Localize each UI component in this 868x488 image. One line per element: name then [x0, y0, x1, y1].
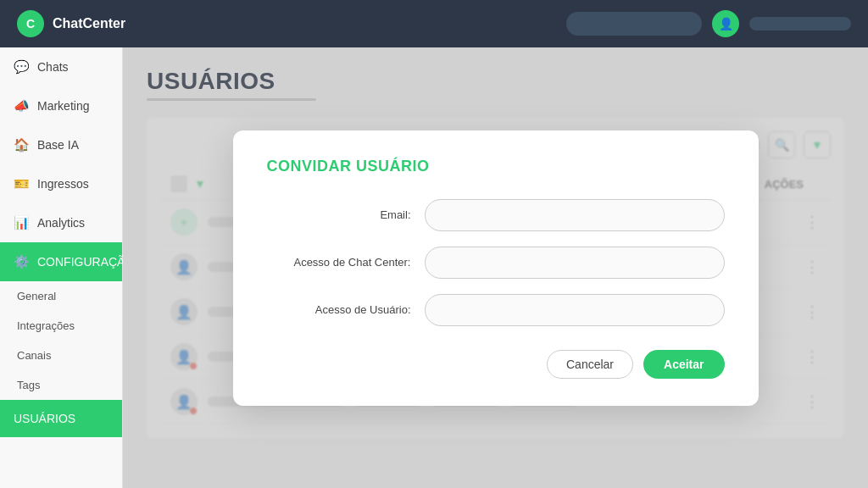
sidebar-item-general[interactable]: General [0, 281, 122, 311]
marketing-icon: 📣 [14, 98, 29, 114]
cancel-button[interactable]: Cancelar [547, 350, 633, 379]
header-avatar[interactable]: 👤 [712, 10, 739, 37]
user-access-form-group: Acesso de Usuário: [267, 294, 725, 326]
accept-button[interactable]: Aceitar [643, 350, 724, 379]
configuracao-icon: ⚙️ [14, 254, 29, 269]
chats-icon: 💬 [14, 59, 29, 75]
sidebar-label-usuarios: USUÁRIOS [14, 412, 75, 425]
sidebar-item-chats[interactable]: 💬 Chats [0, 47, 122, 86]
app-header: C ChatCenter 👤 [0, 0, 868, 47]
ingressos-icon: 🎫 [14, 176, 29, 191]
modal-overlay: CONVIDAR USUÁRIO Email: Acesso de Chat C… [123, 47, 868, 488]
invite-user-modal: CONVIDAR USUÁRIO Email: Acesso de Chat C… [233, 130, 759, 406]
sidebar-item-usuarios[interactable]: USUÁRIOS [0, 400, 122, 437]
sidebar-label-tags: Tags [17, 379, 40, 391]
app-layout: 💬 Chats 📣 Marketing 🏠 Base IA 🎫 Ingresso… [0, 47, 868, 488]
base-ia-icon: 🏠 [14, 137, 29, 152]
sidebar-label-analytics: Analytics [37, 216, 85, 230]
header-search-pill [566, 12, 702, 36]
sidebar-item-analytics[interactable]: 📊 Analytics [0, 203, 122, 242]
chat-access-input[interactable] [425, 247, 725, 279]
modal-title: CONVIDAR USUÁRIO [267, 158, 725, 175]
sidebar-label-marketing: Marketing [37, 99, 89, 113]
main-content: USUÁRIOS 🔍 ▼ ▼ AÇÕES + ⋮ [123, 47, 868, 488]
user-access-input[interactable] [425, 294, 725, 326]
sidebar-item-ingressos[interactable]: 🎫 Ingressos [0, 164, 122, 203]
user-access-label: Acesso de Usuário: [267, 303, 411, 316]
sidebar-label-ingressos: Ingressos [37, 177, 89, 191]
chat-access-form-group: Acesso de Chat Center: [267, 247, 725, 279]
sidebar-label-general: General [17, 290, 56, 302]
sidebar-label-configuracao: CONFIGURAÇÃO [37, 255, 134, 269]
sidebar-item-base-ia[interactable]: 🏠 Base IA [0, 125, 122, 164]
sidebar-label-chats: Chats [37, 60, 69, 74]
header-right: 👤 [566, 10, 851, 37]
sidebar-label-integracoes: Integrações [17, 319, 75, 332]
sidebar-item-configuracao[interactable]: ⚙️ CONFIGURAÇÃO [0, 242, 122, 281]
app-name: ChatCenter [53, 16, 125, 31]
sidebar-item-canais[interactable]: Canais [0, 341, 122, 370]
sidebar-item-integracoes[interactable]: Integrações [0, 311, 122, 341]
chat-access-label: Acesso de Chat Center: [267, 256, 411, 269]
header-username-pill [749, 17, 851, 30]
modal-footer: Cancelar Aceitar [267, 350, 725, 379]
email-label: Email: [267, 208, 411, 221]
logo: C ChatCenter [17, 10, 125, 37]
logo-icon: C [17, 10, 44, 37]
sidebar-item-marketing[interactable]: 📣 Marketing [0, 86, 122, 125]
email-input[interactable] [425, 199, 725, 231]
sidebar-label-canais: Canais [17, 349, 51, 362]
email-form-group: Email: [267, 199, 725, 231]
sidebar-item-tags[interactable]: Tags [0, 370, 122, 400]
sidebar-label-base-ia: Base IA [37, 138, 79, 152]
analytics-icon: 📊 [14, 215, 29, 230]
sidebar: 💬 Chats 📣 Marketing 🏠 Base IA 🎫 Ingresso… [0, 47, 123, 488]
